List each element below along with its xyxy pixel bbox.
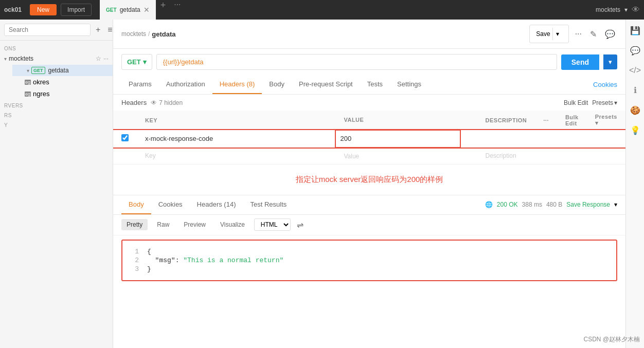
- format-raw[interactable]: Raw: [152, 219, 174, 230]
- format-pretty[interactable]: Pretty: [121, 219, 148, 230]
- tab-settings[interactable]: Settings: [390, 75, 428, 94]
- sidebar-menu-icon[interactable]: ≡: [105, 24, 113, 35]
- tab-tests[interactable]: Tests: [360, 75, 390, 94]
- row-checkbox[interactable]: [121, 134, 129, 141]
- response-tab-test-results[interactable]: Test Results: [243, 195, 294, 214]
- request-tabs-bar: Params Authorization Headers (8) Body Pr…: [113, 75, 625, 95]
- collection-name: mocktets: [9, 55, 96, 62]
- headers-table: KEY VALUE DESCRIPTION ··· Bulk Edit Pres…: [113, 111, 625, 164]
- line-content-1: {: [147, 248, 151, 255]
- response-body: 1 { 2 "msg": "This is a normal return" 3…: [113, 235, 625, 349]
- row-value-value: 200: [340, 135, 351, 142]
- url-input[interactable]: [156, 54, 557, 70]
- right-icon-bulb[interactable]: 💡: [628, 123, 642, 137]
- presets-arrow-icon: ▾: [614, 99, 617, 106]
- tab-pre-request[interactable]: Pre-request Script: [292, 75, 360, 94]
- col-check: [113, 111, 137, 130]
- response-tab-body[interactable]: Body: [121, 195, 151, 214]
- headers-label: Headers: [121, 99, 147, 106]
- comment-icon[interactable]: 💬: [603, 27, 617, 41]
- col-desc-area: [460, 111, 477, 130]
- tab-authorization[interactable]: Authorization: [159, 75, 212, 94]
- request-tab[interactable]: GET getdata ✕: [100, 0, 156, 20]
- col-value: VALUE: [335, 111, 460, 130]
- code-line-2: 2 "msg": "This is a normal return": [129, 257, 610, 264]
- col-presets-header: Presets ▾: [587, 111, 625, 130]
- new-tab-icon[interactable]: +: [156, 0, 170, 20]
- right-icon-code[interactable]: </>: [627, 64, 643, 77]
- import-button[interactable]: Import: [61, 4, 92, 16]
- tab-name: getdata: [120, 6, 140, 13]
- col-description: DESCRIPTION: [477, 111, 535, 130]
- eye-hidden-icon: 👁: [151, 99, 157, 106]
- sidebar-search-input[interactable]: [4, 24, 91, 36]
- save-response-arrow[interactable]: ▾: [614, 201, 617, 208]
- tab-method: GET: [106, 7, 117, 13]
- right-sidebar: 💾 💬 </> ℹ 🍪 💡: [625, 20, 644, 348]
- save-arrow-icon[interactable]: ▾: [552, 28, 562, 40]
- sidebar-section-y: y: [0, 119, 113, 129]
- format-visualize[interactable]: Visualize: [215, 219, 250, 230]
- tab-close-icon[interactable]: ✕: [144, 6, 150, 14]
- save-button[interactable]: Save ▾: [529, 25, 568, 43]
- new-button[interactable]: New: [30, 4, 57, 15]
- request-name: getdata: [48, 67, 69, 74]
- right-icon-info[interactable]: ℹ: [632, 83, 639, 97]
- collection-star-icon[interactable]: ☆: [96, 55, 101, 62]
- env-icon-okres: eg: [25, 80, 31, 85]
- hidden-count: 7 hidden: [159, 99, 183, 106]
- request-method-badge: GET: [31, 67, 45, 74]
- more-options-button[interactable]: ···: [573, 27, 584, 41]
- response-size: 480 B: [546, 201, 562, 208]
- workspace-selector[interactable]: mocktets ▾: [596, 6, 628, 13]
- method-select[interactable]: GET ▾: [121, 54, 152, 70]
- line-number-3: 3: [129, 265, 139, 273]
- bulk-edit-button[interactable]: Bulk Edit: [564, 99, 588, 106]
- empty-key-placeholder: Key: [145, 152, 156, 159]
- method-label: GET: [127, 58, 141, 66]
- collection-item-mocktets[interactable]: ▾ mocktets ☆ ···: [0, 52, 113, 65]
- row-checkbox-cell[interactable]: [113, 130, 137, 148]
- collection-more-icon[interactable]: ···: [103, 55, 109, 62]
- send-button[interactable]: Send: [561, 54, 599, 70]
- empty-desc-cell[interactable]: Description: [477, 148, 535, 164]
- hidden-headers-badge[interactable]: 👁 7 hidden: [151, 99, 183, 106]
- wrap-lines-icon[interactable]: ⇌: [295, 218, 306, 232]
- right-icon-save[interactable]: 💾: [628, 24, 642, 38]
- sidebar-item-okres[interactable]: eg okres: [23, 76, 113, 88]
- row-key-value: x-mock-response-code: [145, 135, 213, 142]
- right-icon-comment[interactable]: 💬: [628, 44, 642, 58]
- app-title: ock01: [4, 6, 22, 13]
- tab-more-icon[interactable]: ···: [170, 0, 185, 20]
- format-type-select[interactable]: HTML JSON XML Text: [254, 218, 291, 231]
- sidebar-add-icon[interactable]: +: [94, 24, 102, 35]
- save-response-button[interactable]: Save Response: [566, 201, 610, 208]
- tab-params[interactable]: Params: [121, 75, 159, 94]
- empty-key-cell[interactable]: Key: [137, 148, 335, 164]
- presets-button[interactable]: Presets ▾: [592, 99, 617, 106]
- annotation-text: 指定让mock server返回响应码为200的样例: [113, 164, 625, 195]
- format-preview[interactable]: Preview: [178, 219, 211, 230]
- response-status-icon: 🌐: [485, 201, 493, 208]
- row-key-cell[interactable]: x-mock-response-code: [137, 130, 335, 148]
- empty-value-cell[interactable]: Value: [335, 148, 460, 164]
- code-line-1: 1 {: [129, 248, 610, 255]
- edit-icon[interactable]: ✎: [588, 27, 599, 41]
- response-tab-cookies[interactable]: Cookies: [151, 195, 190, 214]
- request-item-getdata[interactable]: ▾ GET getdata: [12, 65, 113, 76]
- tab-body[interactable]: Body: [262, 75, 292, 94]
- line-content-2: "msg": "This is a normal return": [147, 257, 283, 264]
- breadcrumb-collection[interactable]: mocktets: [121, 30, 146, 38]
- response-code-block: 1 { 2 "msg": "This is a normal return" 3…: [121, 240, 617, 281]
- response-tab-headers[interactable]: Headers (14): [190, 195, 243, 214]
- row-value-cell[interactable]: 200: [335, 130, 460, 148]
- right-icon-cookie[interactable]: 🍪: [628, 103, 642, 117]
- breadcrumb-separator: /: [148, 30, 150, 38]
- eye-icon[interactable]: 👁: [632, 5, 640, 14]
- tab-headers[interactable]: Headers (8): [212, 75, 262, 94]
- send-arrow-button[interactable]: ▾: [603, 54, 617, 69]
- sidebar-item-ngres[interactable]: eg ngres: [23, 88, 113, 100]
- tab-cookies[interactable]: Cookies: [593, 81, 617, 88]
- row-desc-cell[interactable]: [477, 130, 535, 148]
- response-format-bar: Pretty Raw Preview Visualize HTML JSON X…: [113, 215, 625, 235]
